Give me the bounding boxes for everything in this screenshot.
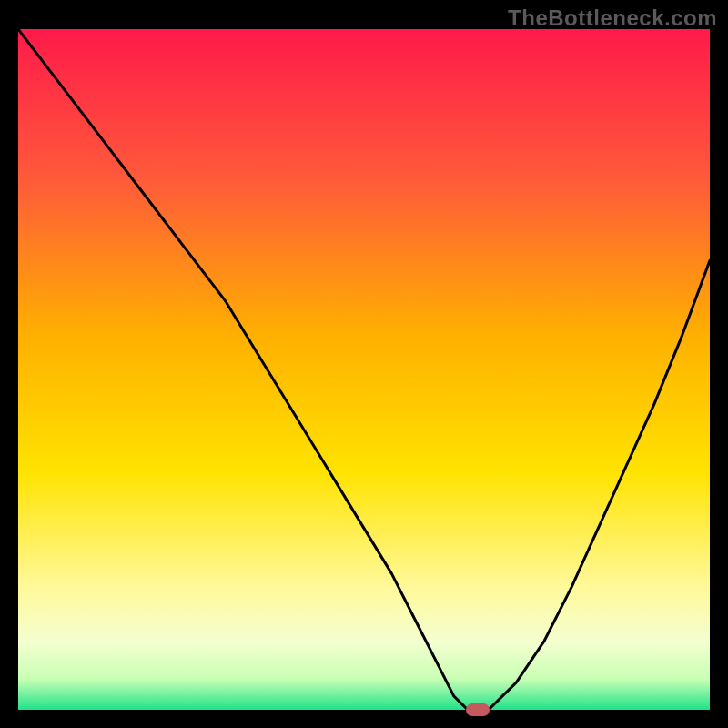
chart-frame: TheBottleneck.com — [0, 0, 728, 728]
gradient-background — [18, 29, 710, 710]
optimum-marker — [466, 703, 490, 716]
plot-area — [18, 29, 710, 710]
plot-svg — [18, 29, 710, 710]
watermark-text: TheBottleneck.com — [508, 5, 717, 31]
